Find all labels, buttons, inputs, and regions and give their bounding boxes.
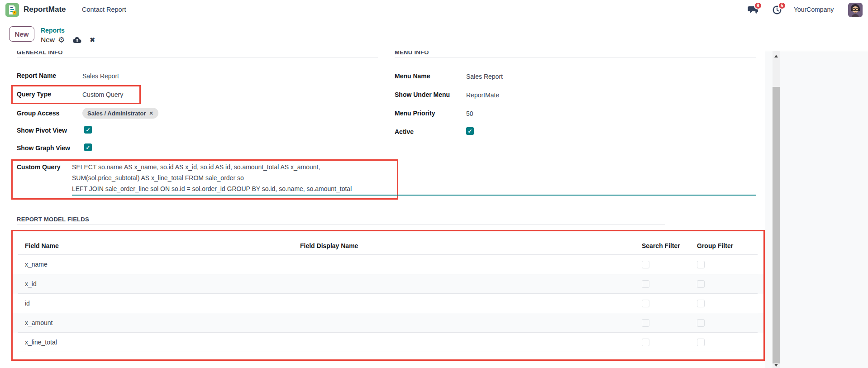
report-name-value[interactable]: Sales Report [82,72,119,80]
col-header-field-name[interactable]: Field Name [25,242,59,249]
fields-table-header: Field Name Field Display Name Search Fil… [13,231,763,255]
divider [17,224,665,225]
breadcrumb: New ⚙ ✖ [41,35,95,45]
divider [17,57,378,57]
scrollbar-thumb[interactable] [773,87,780,363]
table-row[interactable]: id [13,294,763,313]
custom-query-label: Custom Query [17,163,60,171]
section-title-report-model-fields: REPORT MODEL FIELDS [17,216,89,223]
scroll-up-arrow-icon[interactable] [774,55,778,57]
group-filter-checkbox[interactable] [697,339,705,346]
app-brand-title: ReportMate [24,5,66,14]
activities-count-badge[interactable]: 5 [778,2,786,10]
report-name-label: Report Name [17,72,56,79]
menu-name-value[interactable]: Sales Report [466,73,503,80]
search-filter-checkbox[interactable] [642,319,649,327]
group-filter-checkbox[interactable] [697,300,705,307]
show-under-menu-value[interactable]: ReportMate [466,91,499,99]
col-header-group-filter[interactable]: Group Filter [697,242,733,249]
search-filter-checkbox[interactable] [642,261,649,268]
breadcrumb-reports-link[interactable]: Reports [41,27,65,34]
search-filter-checkbox[interactable] [642,339,649,346]
custom-query-textarea[interactable]: SELECT so.name AS x_name, so.id AS x_id,… [72,162,389,194]
messages-count-badge[interactable]: 8 [754,2,762,10]
breadcrumb-current: New [41,36,55,44]
active-label: Active [395,128,414,135]
user-avatar[interactable] [848,3,863,17]
group-filter-checkbox[interactable] [697,280,705,288]
menu-priority-value[interactable]: 50 [466,110,473,117]
scroll-down-arrow-icon[interactable] [774,364,778,367]
show-pivot-label: Show Pivot View [17,127,67,134]
search-filter-checkbox[interactable] [642,300,649,307]
new-button[interactable]: New [9,26,34,42]
form-sheet: GENERAL INFO Report Name Sales Report Qu… [0,51,868,368]
col-header-field-display-name[interactable]: Field Display Name [300,242,358,249]
table-row[interactable]: x_line_total [13,333,763,352]
show-graph-label: Show Graph View [17,144,70,152]
show-graph-checkbox[interactable] [84,143,92,151]
menu-name-label: Menu Name [395,72,430,80]
table-row[interactable]: x_name [13,255,763,274]
menu-priority-label: Menu Priority [395,110,435,117]
section-title-menu-info: MENU INFO [395,51,429,56]
right-empty-panel [765,51,868,368]
field-name-cell: x_line_total [25,339,57,346]
gear-icon[interactable]: ⚙ [58,36,65,44]
field-name-cell: x_id [25,280,37,287]
section-title-general-info: GENERAL INFO [17,51,63,56]
control-panel: New Reports New ⚙ ✖ [0,20,868,51]
app-window: ReportMate Contact Report 8 5 YourCompan… [0,0,868,368]
tag-label: Sales / Administrator [87,110,146,117]
divider [395,57,756,57]
active-checkbox[interactable] [466,127,474,135]
top-navbar: ReportMate Contact Report 8 5 YourCompan… [0,0,868,20]
group-filter-checkbox[interactable] [697,261,705,268]
company-name[interactable]: YourCompany [794,6,834,13]
discard-icon[interactable]: ✖ [90,36,95,43]
field-name-cell: x_amount [25,319,52,326]
sql-line: LEFT JOIN sale_order_line sol ON so.id =… [72,183,389,194]
sql-line: SUM(sol.price_subtotal) AS x_line_total … [72,172,389,183]
show-pivot-checkbox[interactable] [84,126,92,134]
group-access-tag[interactable]: Sales / Administrator ✕ [82,108,158,119]
field-name-cell: id [25,300,30,307]
reportmate-logo-icon[interactable] [5,3,19,17]
group-access-label: Group Access [17,110,59,117]
table-row[interactable]: x_id [13,274,763,294]
vertical-scrollbar[interactable] [773,51,780,368]
fields-table-highlight-box: Field Name Field Display Name Search Fil… [11,230,765,361]
nav-menu-contact-report[interactable]: Contact Report [82,6,126,13]
report-document-icon [5,3,19,17]
tag-remove-icon[interactable]: ✕ [149,110,153,116]
query-type-value[interactable]: Custom Query [82,91,123,98]
field-name-cell: x_name [25,261,48,268]
sql-line: SELECT so.name AS x_name, so.id AS x_id,… [72,162,389,172]
search-filter-checkbox[interactable] [642,280,649,288]
col-header-search-filter[interactable]: Search Filter [642,242,680,249]
textarea-underline [72,195,756,196]
show-under-menu-label: Show Under Menu [395,91,450,98]
query-type-label: Query Type [17,91,51,98]
group-filter-checkbox[interactable] [697,319,705,327]
table-row[interactable]: x_amount [13,313,763,333]
cloud-save-icon[interactable] [72,36,82,43]
